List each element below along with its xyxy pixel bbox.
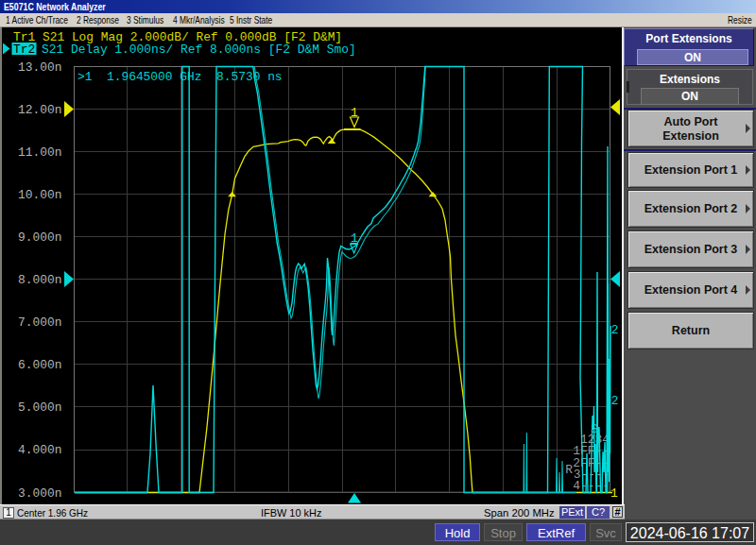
svg-text:2: 2	[611, 323, 619, 337]
svg-text:Tr2: Tr2	[13, 43, 35, 57]
svg-text:9.000n: 9.000n	[18, 230, 61, 245]
svg-text:10.00n: 10.00n	[18, 188, 61, 202]
svg-text:11.00n: 11.00n	[18, 145, 61, 160]
svg-text:1: 1	[351, 106, 358, 120]
svg-text:1: 1	[351, 231, 358, 246]
svg-text:3.000n: 3.000n	[18, 486, 61, 501]
svg-text:4.000n: 4.000n	[18, 443, 61, 457]
svg-text:8.000n: 8.000n	[18, 273, 61, 287]
svg-text:13.00n: 13.00n	[18, 60, 61, 75]
svg-text:R: R	[565, 463, 573, 477]
svg-text:7.000n: 7.000n	[18, 315, 61, 330]
svg-text:6.000n: 6.000n	[18, 358, 61, 372]
svg-text:5.000n: 5.000n	[18, 400, 61, 415]
svg-text:2: 2	[611, 394, 619, 408]
svg-text:1: 1	[610, 486, 618, 501]
svg-text:>1 1.9645000 GHz 8.5730 ns: >1 1.9645000 GHz 8.5730 ns	[77, 70, 283, 84]
svg-text:S21 Delay 1.000ns/ Ref 8.000ns: S21 Delay 1.000ns/ Ref 8.000ns [F2 D&M S…	[42, 43, 356, 57]
svg-text:12.00n: 12.00n	[18, 103, 61, 117]
